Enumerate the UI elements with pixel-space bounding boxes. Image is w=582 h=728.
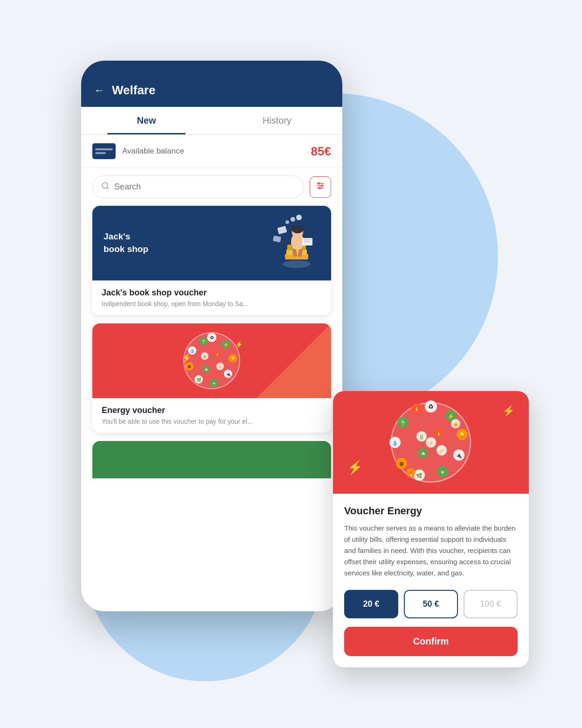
svg-text:🍃: 🍃	[201, 339, 207, 344]
vouchers-list: Jack's book shop	[81, 206, 342, 478]
svg-text:🌡: 🌡	[415, 406, 419, 412]
green-card[interactable]	[92, 441, 331, 478]
search-input-wrap[interactable]	[92, 175, 304, 198]
svg-point-6	[321, 185, 323, 186]
svg-rect-20	[277, 226, 287, 234]
voucher-detail-card: ⚡ ⚡ ♻ ⚡ 💡 🔌 ☀ 🌿 ⚙ 💧 🍃 🌡 🔋 🌡 ⚡ ☘	[333, 391, 529, 667]
filter-button[interactable]	[310, 176, 331, 198]
detail-energy-illustration: ♻ ⚡ 💡 🔌 ☀ 🌿 ⚙ 💧 🍃 🌡 🔋 🌡 ⚡ ☘ ⚡ 🔥 🌞	[387, 398, 475, 487]
svg-point-5	[318, 182, 319, 184]
detail-banner: ⚡ ⚡ ♻ ⚡ 💡 🔌 ☀ 🌿 ⚙ 💧 🍃 🌡 🔋 🌡 ⚡ ☘	[333, 391, 529, 494]
svg-text:🔥: 🔥	[409, 471, 414, 476]
energy-card[interactable]: ♻ ⚡ 💡 🔌 ☀ 🌿 ⚙ 💧 🍃 🔋 🌡 ⚡ ☘	[92, 323, 331, 433]
svg-text:💡: 💡	[230, 356, 236, 362]
lightning-right-icon: ⚡	[502, 405, 515, 417]
card-line-1	[95, 148, 113, 150]
lightning-left-icon: ⚡	[347, 460, 363, 475]
svg-rect-21	[273, 236, 281, 243]
bookshop-card-desc: Indipendent book shop, open from Monday …	[102, 300, 322, 308]
svg-text:🍃: 🍃	[400, 420, 406, 426]
svg-text:💡: 💡	[459, 432, 465, 438]
search-container	[81, 168, 342, 206]
svg-text:☘: ☘	[421, 451, 425, 456]
svg-text:🌿: 🌿	[416, 472, 423, 479]
svg-point-23	[291, 217, 295, 222]
balance-left: Available balance	[92, 143, 184, 159]
balance-label: Available balance	[122, 147, 184, 156]
phone-header: ← Welfare	[81, 61, 342, 107]
svg-text:🔌: 🔌	[456, 452, 462, 459]
svg-text:⚡: ⚡	[218, 364, 222, 369]
energy-card-desc: You'll be able to use this voucher to pa…	[102, 418, 322, 425]
bookshop-card-name: Jack's book shop voucher	[102, 288, 322, 298]
bookshop-line1: Jack's	[104, 231, 130, 241]
svg-text:⚙: ⚙	[399, 461, 404, 467]
svg-text:☀: ☀	[440, 469, 445, 475]
amount-button-50[interactable]: 50 €	[404, 590, 458, 618]
svg-text:☘: ☘	[205, 368, 208, 372]
svg-text:⚡: ⚡	[438, 448, 445, 454]
tabs-container: New History	[81, 107, 342, 135]
svg-text:⚡: ⚡	[223, 342, 229, 348]
svg-text:🌡: 🌡	[215, 352, 219, 357]
tab-new[interactable]: New	[81, 107, 212, 134]
svg-text:💧: 💧	[392, 440, 398, 446]
svg-point-7	[319, 187, 320, 189]
svg-text:🌞: 🌞	[453, 422, 459, 427]
search-input[interactable]	[114, 182, 295, 192]
energy-banner: ♻ ⚡ 💡 🔌 ☀ 🌿 ⚙ 💧 🍃 🔋 🌡 ⚡ ☘	[92, 323, 331, 398]
svg-text:⚙: ⚙	[187, 364, 191, 369]
svg-text:⚡: ⚡	[448, 413, 454, 420]
svg-text:🌡: 🌡	[436, 431, 441, 436]
back-button[interactable]: ←	[94, 84, 104, 97]
svg-text:⚡: ⚡	[235, 341, 243, 349]
amount-buttons: 20 € 50 € 100 €	[344, 590, 518, 618]
detail-description: This voucher serves as a means to allevi…	[344, 523, 518, 579]
svg-point-14	[292, 226, 303, 233]
svg-point-8	[283, 260, 311, 268]
balance-amount: 85€	[311, 144, 331, 159]
energy-circle-small: ♻ ⚡ 💡 🔌 ☀ 🌿 ⚙ 💧 🍃 🔋 🌡 ⚡ ☘	[179, 328, 244, 393]
bookshop-line2: book shop	[104, 244, 148, 254]
svg-rect-18	[303, 239, 312, 240]
amount-button-20[interactable]: 20 €	[344, 590, 398, 618]
page-title: Welfare	[112, 83, 155, 98]
svg-line-1	[107, 187, 108, 189]
svg-text:⚡: ⚡	[181, 353, 192, 363]
svg-text:♻: ♻	[210, 335, 214, 340]
phone-mockup: ← Welfare New History Available balance …	[81, 61, 342, 611]
energy-card-info: Energy voucher You'll be able to use thi…	[92, 398, 331, 433]
confirm-button[interactable]: Confirm	[344, 627, 518, 656]
bookshop-card[interactable]: Jack's book shop	[92, 206, 331, 315]
search-icon	[101, 182, 110, 192]
scene-container: ← Welfare New History Available balance …	[81, 61, 501, 667]
amount-button-100[interactable]: 100 €	[464, 590, 518, 618]
bookshop-banner-text: Jack's book shop	[104, 231, 148, 255]
detail-title: Voucher Energy	[344, 505, 518, 517]
bookshop-card-info: Jack's book shop voucher Indipendent boo…	[92, 280, 331, 315]
detail-content: Voucher Energy This voucher serves as a …	[333, 494, 529, 667]
svg-rect-19	[303, 241, 310, 242]
svg-text:🌿: 🌿	[196, 377, 202, 383]
svg-text:🔋: 🔋	[202, 354, 207, 359]
bookshop-illustration	[259, 213, 320, 273]
svg-text:🔌: 🔌	[226, 371, 231, 377]
energy-card-name: Energy voucher	[102, 406, 322, 415]
card-icon	[92, 143, 116, 159]
svg-text:🔋: 🔋	[418, 434, 425, 440]
card-line-2	[95, 152, 106, 154]
svg-text:⚡: ⚡	[428, 440, 434, 446]
filter-icon	[316, 181, 325, 193]
svg-point-22	[285, 220, 289, 224]
svg-text:♻: ♻	[428, 403, 434, 410]
energy-triangle	[256, 323, 331, 398]
svg-point-24	[296, 215, 302, 220]
bookshop-banner: Jack's book shop	[92, 206, 331, 280]
balance-row: Available balance 85€	[81, 135, 342, 168]
tab-history[interactable]: History	[212, 107, 342, 134]
svg-text:☀: ☀	[212, 381, 216, 386]
